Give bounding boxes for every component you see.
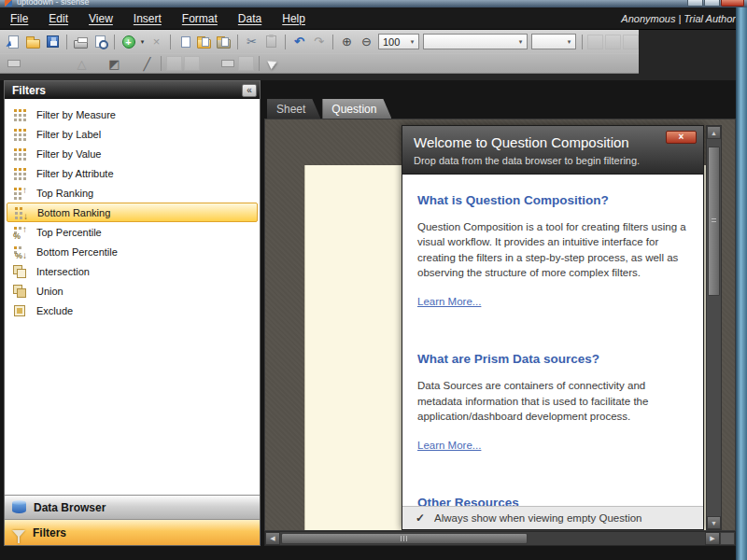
tab-sheet[interactable]: Sheet bbox=[267, 99, 320, 119]
export-document-button[interactable] bbox=[4, 33, 23, 51]
print-preview-button[interactable] bbox=[91, 33, 110, 51]
menu-help[interactable]: Help bbox=[272, 12, 316, 25]
zoom-level-select[interactable]: 100 ▾ bbox=[378, 34, 419, 49]
toolbar-separator bbox=[170, 35, 171, 49]
filter-item-by-attribute[interactable]: Filter by Attribute bbox=[7, 163, 258, 183]
close-window-button[interactable] bbox=[721, 0, 744, 7]
filter-item-bottom-percentile[interactable]: ↓% Bottom Percentile bbox=[7, 242, 258, 261]
filters-panel: Filters « Filter by Measure Filter by La… bbox=[4, 80, 261, 546]
tab-question[interactable]: Question bbox=[322, 99, 391, 119]
delete-button[interactable]: × bbox=[147, 33, 166, 51]
copy-button[interactable] bbox=[175, 33, 194, 51]
toolbar-separator bbox=[114, 35, 115, 49]
selection-box-button[interactable] bbox=[4, 54, 23, 73]
collapse-panel-button[interactable]: « bbox=[242, 84, 257, 97]
cut-button[interactable]: ✂ bbox=[242, 33, 261, 51]
maximize-button[interactable] bbox=[704, 0, 720, 7]
horizontal-scrollbar: ◀ ▶ bbox=[264, 531, 736, 546]
toolbar-separator bbox=[237, 35, 238, 49]
scroll-down-button[interactable]: ▼ bbox=[707, 516, 721, 529]
vertical-scroll-thumb[interactable] bbox=[708, 147, 720, 296]
always-show-checkbox[interactable]: ✓ Always show when viewing empty Questio… bbox=[402, 506, 703, 529]
minimize-button[interactable] bbox=[687, 0, 703, 7]
question-canvas: Welcome to Question Composition Drop dat… bbox=[264, 119, 736, 531]
filter-item-by-label[interactable]: Filter by Label bbox=[7, 124, 258, 144]
learn-more-link[interactable]: Learn More... bbox=[417, 296, 481, 307]
learn-more-link[interactable]: Learn More... bbox=[417, 440, 481, 451]
copy-sheet-button[interactable] bbox=[194, 33, 214, 51]
redo-button[interactable]: ↷ bbox=[309, 33, 329, 51]
section-heading: Other Resources bbox=[417, 496, 688, 506]
zoom-in-button[interactable]: ⊕ bbox=[337, 33, 357, 51]
percent-arrow-up-icon: ↑% bbox=[12, 225, 28, 240]
filter-item-label: Bottom Percentile bbox=[36, 246, 118, 258]
window-right-border bbox=[736, 7, 747, 560]
menu-view[interactable]: View bbox=[78, 12, 123, 25]
user-status: Anonymous | Trial Author bbox=[621, 13, 747, 24]
section-body: Question Composition is a tool for creat… bbox=[417, 219, 688, 280]
filter-item-exclude[interactable]: Exclude bbox=[7, 301, 258, 320]
menu-insert[interactable]: Insert bbox=[123, 12, 172, 25]
window-title: uptodown - sisense bbox=[17, 0, 90, 7]
disabled-style-button[interactable] bbox=[238, 56, 254, 71]
line-color-button[interactable]: ╱ bbox=[137, 54, 157, 73]
filter-item-label: Top Ranking bbox=[36, 188, 93, 199]
fill-color-button[interactable]: ◩ bbox=[105, 54, 124, 73]
open-button[interactable] bbox=[23, 33, 43, 51]
section-heading: What are Prism Data sources? bbox=[417, 352, 688, 366]
menu-format[interactable]: Format bbox=[172, 12, 228, 25]
toolbar-separator bbox=[285, 35, 286, 49]
scroll-up-button[interactable]: ▲ bbox=[707, 126, 721, 139]
disabled-format-button[interactable] bbox=[623, 35, 639, 49]
chevron-down-icon: ▾ bbox=[516, 38, 525, 46]
shape-button[interactable]: △ bbox=[72, 54, 92, 73]
scroll-left-button[interactable]: ◀ bbox=[265, 532, 280, 545]
app-icon bbox=[5, 0, 12, 7]
filter-item-by-measure[interactable]: Filter by Measure bbox=[7, 105, 258, 124]
intersection-icon bbox=[12, 264, 28, 279]
add-dropdown-arrow-icon[interactable]: ▾ bbox=[138, 38, 147, 46]
dialog-close-button[interactable]: × bbox=[666, 131, 697, 144]
grid-icon bbox=[12, 127, 28, 142]
font-size-select[interactable]: ▾ bbox=[531, 34, 576, 49]
zoom-out-button[interactable]: ⊖ bbox=[357, 33, 376, 51]
scroll-right-button[interactable]: ▶ bbox=[705, 532, 720, 545]
horizontal-scroll-track[interactable] bbox=[280, 532, 705, 545]
paste-button[interactable] bbox=[261, 33, 281, 51]
disabled-format-button[interactable] bbox=[587, 35, 603, 49]
toolbar: + ▾ × ✂ ↶ ↷ ⊕ ⊖ 100 ▾ ▾ bbox=[0, 30, 639, 74]
menu-file[interactable]: File bbox=[0, 12, 38, 25]
filter-item-bottom-ranking[interactable]: ↓ Bottom Ranking bbox=[7, 203, 258, 222]
menu-bar: File Edit View Insert Format Data Help A… bbox=[0, 7, 747, 30]
pointer-tool-button[interactable] bbox=[263, 54, 283, 73]
menu-data[interactable]: Data bbox=[228, 12, 272, 25]
disabled-format-button[interactable] bbox=[605, 35, 621, 49]
printer-icon bbox=[74, 40, 88, 49]
accordion-filters[interactable]: Filters bbox=[5, 519, 260, 545]
exclude-icon bbox=[12, 303, 28, 318]
filter-item-top-percentile[interactable]: ↑% Top Percentile bbox=[7, 222, 258, 242]
disabled-style-button[interactable] bbox=[166, 56, 182, 71]
border-style-button[interactable] bbox=[218, 54, 237, 73]
database-icon bbox=[12, 501, 26, 513]
title-bar: uptodown - sisense bbox=[0, 0, 747, 7]
undo-button[interactable]: ↶ bbox=[289, 33, 309, 51]
rectangle-icon bbox=[7, 60, 21, 67]
add-button[interactable]: + bbox=[119, 33, 138, 51]
grid-arrow-down-icon: ↓ bbox=[13, 205, 29, 220]
filter-item-union[interactable]: Union bbox=[7, 281, 258, 301]
vertical-scroll-track[interactable] bbox=[707, 139, 721, 516]
main-area: Sheet Question Welcome to Question Compo… bbox=[264, 97, 736, 546]
disabled-style-button[interactable] bbox=[184, 56, 200, 71]
save-button[interactable] bbox=[43, 33, 63, 51]
horizontal-scroll-thumb[interactable] bbox=[281, 533, 528, 544]
filter-item-label: Union bbox=[36, 286, 63, 297]
print-button[interactable] bbox=[71, 33, 91, 51]
move-sheet-button[interactable] bbox=[214, 33, 233, 51]
filter-item-top-ranking[interactable]: ↑ Top Ranking bbox=[7, 183, 258, 203]
filter-item-by-value[interactable]: Filter by Value bbox=[7, 144, 258, 163]
font-family-select[interactable]: ▾ bbox=[423, 34, 528, 49]
accordion-data-browser[interactable]: Data Browser bbox=[5, 495, 260, 519]
filter-item-intersection[interactable]: Intersection bbox=[7, 261, 258, 281]
menu-edit[interactable]: Edit bbox=[38, 12, 78, 25]
